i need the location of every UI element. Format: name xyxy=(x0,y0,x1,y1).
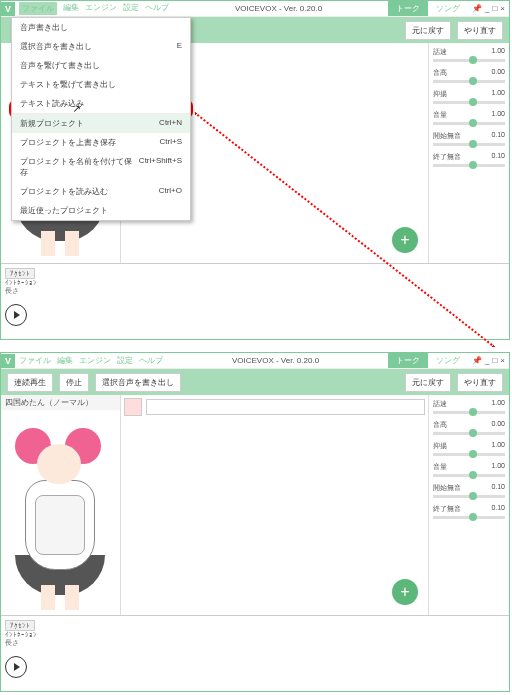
menu-edit[interactable]: 編集 xyxy=(57,355,73,366)
menu-item-accel: Ctrl+O xyxy=(159,186,182,197)
tab-song[interactable]: ソング xyxy=(428,353,468,368)
slider-thumb[interactable] xyxy=(469,513,477,521)
length-label: 長さ xyxy=(5,639,19,646)
slider-thumb[interactable] xyxy=(469,471,477,479)
close-icon[interactable]: × xyxy=(500,356,505,365)
slider-thumb[interactable] xyxy=(469,429,477,437)
tab-talk[interactable]: トーク xyxy=(388,353,428,368)
slider-label: 音高 xyxy=(433,420,447,430)
slider-thumb[interactable] xyxy=(469,408,477,416)
slider-track[interactable] xyxy=(433,101,505,104)
continuous-play-button[interactable]: 連続再生 xyxy=(7,373,53,392)
minimize-icon[interactable]: _ xyxy=(485,356,489,365)
slider-thumb[interactable] xyxy=(469,450,477,458)
add-line-button[interactable]: + xyxy=(392,579,418,605)
tab-song[interactable]: ソング xyxy=(428,1,468,16)
character-panel: 四国めたん（ノーマル） xyxy=(1,395,121,615)
pin-icon[interactable]: 📌 xyxy=(472,4,482,13)
pin-icon[interactable]: 📌 xyxy=(472,356,482,365)
menu-item-8[interactable]: プロジェクトを読み込むCtrl+O xyxy=(12,182,190,201)
maximize-icon[interactable]: □ xyxy=(492,356,497,365)
menu-item-7[interactable]: プロジェクトを名前を付けて保存Ctrl+Shift+S xyxy=(12,152,190,182)
menu-help[interactable]: ヘルプ xyxy=(139,355,163,366)
slider-track[interactable] xyxy=(433,411,505,414)
slider-track[interactable] xyxy=(433,474,505,477)
menu-engine[interactable]: エンジン xyxy=(85,2,117,15)
text-input[interactable] xyxy=(146,399,425,415)
undo-button[interactable]: 元に戻す xyxy=(405,373,451,392)
menu-item-3[interactable]: テキストを繋げて書き出し xyxy=(12,75,190,94)
menu-item-4[interactable]: テキスト読み込み xyxy=(12,94,190,113)
slider-value: 1.00 xyxy=(491,441,505,451)
slider-thumb[interactable] xyxy=(469,77,477,85)
menu-item-label: 選択音声を書き出し xyxy=(20,41,92,52)
slider-thumb[interactable] xyxy=(469,492,477,500)
slider-value: 1.00 xyxy=(491,399,505,409)
slider-track[interactable] xyxy=(433,453,505,456)
menu-item-6[interactable]: プロジェクトを上書き保存Ctrl+S xyxy=(12,133,190,152)
redo-button[interactable]: やり直す xyxy=(457,21,503,40)
slider-label: 話速 xyxy=(433,399,447,409)
slider-thumb[interactable] xyxy=(469,140,477,148)
slider-value: 1.00 xyxy=(491,89,505,99)
menu-item-1[interactable]: 選択音声を書き出しE xyxy=(12,37,190,56)
play-button[interactable] xyxy=(5,656,27,678)
add-line-button[interactable]: + xyxy=(392,227,418,253)
menu-item-9[interactable]: 最近使ったプロジェクト xyxy=(12,201,190,220)
accent-tab[interactable]: ｱｸｾﾝﾄ xyxy=(5,268,35,279)
menu-file[interactable]: ファイル xyxy=(19,355,51,366)
accent-tab[interactable]: ｱｸｾﾝﾄ xyxy=(5,620,35,631)
slider-track[interactable] xyxy=(433,143,505,146)
slider-panel: 話速1.00音高0.00抑揚1.00音量1.00開始無音0.10終了無音0.10 xyxy=(429,43,509,263)
menu-help[interactable]: ヘルプ xyxy=(145,2,169,15)
slider-value: 0.10 xyxy=(491,504,505,514)
bottom-panel: ｱｸｾﾝﾄ ｲﾝﾄﾈｰｼｮﾝ 長さ xyxy=(1,263,509,333)
center-panel: + xyxy=(121,395,429,615)
slider-panel: 話速1.00音高0.00抑揚1.00音量1.00開始無音0.10終了無音0.10 xyxy=(429,395,509,615)
slider-label: 終了無音 xyxy=(433,152,461,162)
slider-track[interactable] xyxy=(433,122,505,125)
menu-item-accel: Ctrl+Shift+S xyxy=(139,156,182,178)
slider-track[interactable] xyxy=(433,516,505,519)
character-image xyxy=(1,410,119,610)
slider-value: 1.00 xyxy=(491,462,505,472)
menu-engine[interactable]: エンジン xyxy=(79,355,111,366)
window-controls: 📌 _ □ × xyxy=(468,356,509,365)
slider-開始無音: 開始無音0.10 xyxy=(433,483,505,498)
bottom-panel: ｱｸｾﾝﾄ ｲﾝﾄﾈｰｼｮﾝ 長さ xyxy=(1,615,509,685)
intonation-label: ｲﾝﾄﾈｰｼｮﾝ xyxy=(5,631,37,638)
menu-item-5[interactable]: 新規プロジェクトCtrl+N xyxy=(12,114,190,133)
slider-track[interactable] xyxy=(433,80,505,83)
menu-settings[interactable]: 設定 xyxy=(123,2,139,15)
titlebar: V ファイル 編集 エンジン 設定 ヘルプ VOICEVOX - Ver. 0.… xyxy=(1,1,509,17)
tab-talk[interactable]: トーク xyxy=(388,1,428,16)
close-icon[interactable]: × xyxy=(500,4,505,13)
menu-item-2[interactable]: 音声を繋げて書き出し xyxy=(12,56,190,75)
slider-label: 開始無音 xyxy=(433,131,461,141)
menu-item-label: 新規プロジェクト xyxy=(20,118,84,129)
menu-item-0[interactable]: 音声書き出し xyxy=(12,18,190,37)
export-selected-button[interactable]: 選択音声を書き出し xyxy=(95,373,181,392)
slider-track[interactable] xyxy=(433,164,505,167)
stop-button[interactable]: 停止 xyxy=(59,373,89,392)
slider-thumb[interactable] xyxy=(469,161,477,169)
slider-track[interactable] xyxy=(433,495,505,498)
line-avatar[interactable] xyxy=(124,398,142,416)
slider-thumb[interactable] xyxy=(469,119,477,127)
slider-音量: 音量1.00 xyxy=(433,110,505,125)
undo-button[interactable]: 元に戻す xyxy=(405,21,451,40)
play-button[interactable] xyxy=(5,304,27,326)
slider-label: 音量 xyxy=(433,110,447,120)
menubar: ファイル 編集 エンジン 設定 ヘルプ xyxy=(19,355,163,366)
redo-button[interactable]: やり直す xyxy=(457,373,503,392)
minimize-icon[interactable]: _ xyxy=(485,4,489,13)
slider-thumb[interactable] xyxy=(469,56,477,64)
menu-settings[interactable]: 設定 xyxy=(117,355,133,366)
slider-thumb[interactable] xyxy=(469,98,477,106)
menu-edit[interactable]: 編集 xyxy=(63,2,79,15)
slider-track[interactable] xyxy=(433,432,505,435)
menu-item-label: プロジェクトを上書き保存 xyxy=(20,137,116,148)
menu-file[interactable]: ファイル xyxy=(19,2,57,15)
slider-track[interactable] xyxy=(433,59,505,62)
maximize-icon[interactable]: □ xyxy=(492,4,497,13)
